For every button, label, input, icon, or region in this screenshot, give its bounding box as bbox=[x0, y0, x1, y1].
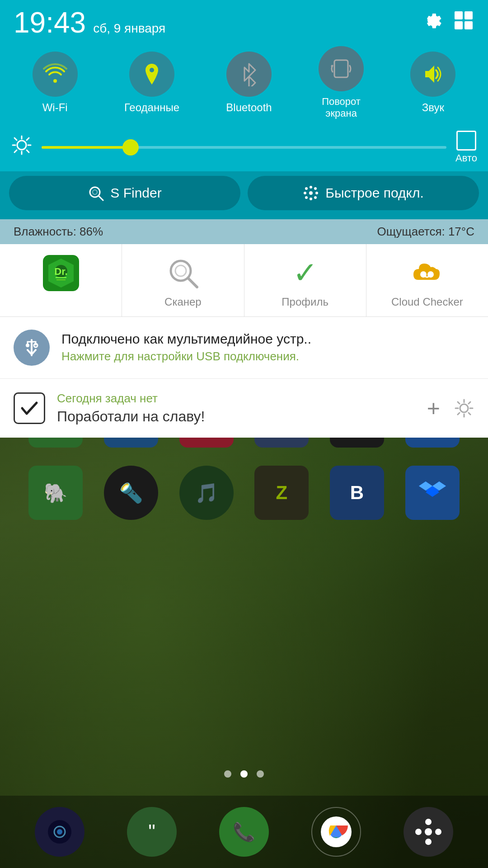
cloudchecker-label: Cloud Checker bbox=[391, 296, 463, 308]
quick-toggles: Wi-Fi Геоданные Bluetooth bbox=[0, 42, 488, 127]
dot-1 bbox=[224, 770, 231, 778]
bluetooth-label: Bluetooth bbox=[226, 101, 272, 114]
auto-brightness-box[interactable]: Авто bbox=[455, 131, 477, 164]
sfinder-button[interactable]: S Finder bbox=[9, 176, 240, 210]
quickconnect-button[interactable]: Быстрое подкл. bbox=[248, 176, 479, 210]
home-apps-row2: 🐘 🔦 🎵 Z B bbox=[0, 466, 488, 520]
svg-line-29 bbox=[27, 138, 29, 140]
app-bank[interactable]: B bbox=[330, 466, 384, 520]
svg-point-20 bbox=[150, 68, 154, 72]
svg-point-37 bbox=[304, 192, 306, 194]
search-row: S Finder Быстрое подкл. bbox=[0, 171, 488, 219]
sound-circle bbox=[410, 52, 455, 97]
scanner-label: Сканер bbox=[164, 296, 202, 308]
svg-point-40 bbox=[314, 196, 317, 199]
toggle-geodata[interactable]: Геоданные bbox=[124, 52, 179, 114]
task-card: Сегодня задач нет Поработали на славу! + bbox=[0, 379, 488, 438]
dot-3 bbox=[257, 770, 264, 778]
app-flashlight[interactable]: 🔦 bbox=[104, 466, 158, 520]
svg-rect-21 bbox=[334, 60, 348, 77]
task-checkbox bbox=[14, 392, 45, 424]
svg-rect-19 bbox=[465, 21, 473, 29]
toggle-bluetooth[interactable]: Bluetooth bbox=[226, 52, 272, 114]
brightness-slider[interactable] bbox=[42, 146, 446, 149]
recents-icon[interactable] bbox=[453, 9, 474, 36]
dock-quotes[interactable]: " bbox=[127, 807, 177, 857]
toggle-rotation[interactable]: Поворот экрана bbox=[319, 46, 364, 120]
usb-notification-content: Подключено как мультимедийное устр.. Наж… bbox=[61, 331, 474, 363]
usb-subtitle: Нажмите для настройки USB подключения. bbox=[61, 349, 474, 363]
clock: 19:43 bbox=[14, 8, 86, 37]
settings-icon[interactable] bbox=[420, 9, 442, 36]
auto-label: Авто bbox=[455, 152, 477, 164]
dock-camera[interactable] bbox=[35, 807, 84, 857]
svg-line-48 bbox=[188, 278, 197, 287]
svg-text:Dr.: Dr. bbox=[54, 266, 67, 277]
toggle-wifi[interactable]: Wi-Fi bbox=[33, 52, 78, 114]
weather-strip: Влажность: 86% Ощущается: 17°С bbox=[0, 219, 488, 244]
task-content: Сегодня задач нет Поработали на славу! bbox=[57, 392, 415, 425]
tab-cloudchecker[interactable]: Cloud Checker bbox=[366, 244, 488, 316]
tab-scanner[interactable]: Сканер bbox=[122, 244, 244, 316]
usb-title: Подключено как мультимедийное устр.. bbox=[61, 331, 474, 347]
svg-point-36 bbox=[310, 198, 312, 200]
svg-rect-17 bbox=[465, 11, 473, 19]
geodata-circle bbox=[129, 52, 174, 97]
dock-calls[interactable]: 📞 bbox=[219, 807, 269, 857]
svg-line-27 bbox=[14, 138, 17, 140]
dock-chrome[interactable] bbox=[311, 807, 361, 857]
cloudchecker-icon bbox=[409, 255, 445, 291]
status-right bbox=[420, 9, 474, 36]
app-music[interactable]: 🎵 bbox=[179, 466, 234, 520]
app-evernote[interactable]: 🐘 bbox=[28, 466, 83, 520]
notification-panel: 19:43 сб, 9 января bbox=[0, 0, 488, 438]
svg-point-54 bbox=[460, 404, 468, 412]
drweb-icon: Dr. bbox=[43, 255, 79, 291]
add-task-button[interactable]: + bbox=[427, 395, 440, 421]
rotation-label: Поворот экрана bbox=[322, 96, 361, 120]
svg-line-32 bbox=[99, 196, 103, 200]
auto-square-icon bbox=[456, 131, 476, 151]
app-tabs: Dr. Сканер ✓ Профиль bbox=[0, 244, 488, 317]
svg-point-22 bbox=[17, 141, 26, 150]
status-bar: 19:43 сб, 9 января bbox=[0, 0, 488, 42]
wifi-circle bbox=[33, 52, 78, 97]
dock-launcher[interactable] bbox=[404, 807, 453, 857]
svg-point-33 bbox=[93, 190, 97, 194]
date: сб, 9 января bbox=[93, 21, 165, 36]
task-settings-icon[interactable] bbox=[454, 398, 474, 419]
dot-2-active bbox=[240, 770, 248, 778]
app-dropbox[interactable] bbox=[405, 466, 460, 520]
brightness-icon bbox=[11, 134, 33, 160]
brightness-row: Авто bbox=[0, 127, 488, 171]
svg-point-14 bbox=[435, 829, 441, 835]
svg-point-41 bbox=[314, 187, 317, 190]
svg-point-12 bbox=[425, 819, 432, 825]
dock: " 📞 bbox=[0, 796, 488, 868]
status-left: 19:43 сб, 9 января bbox=[14, 8, 165, 37]
toggle-sound[interactable]: Звук bbox=[410, 52, 455, 114]
tab-drweb[interactable]: Dr. bbox=[0, 244, 122, 316]
svg-line-28 bbox=[27, 150, 29, 152]
rotation-circle bbox=[319, 46, 364, 91]
svg-point-39 bbox=[305, 187, 308, 190]
sound-label: Звук bbox=[422, 101, 444, 114]
brightness-fill bbox=[42, 146, 131, 149]
svg-line-30 bbox=[14, 150, 17, 152]
tab-profile[interactable]: ✓ Профиль bbox=[244, 244, 366, 316]
svg-point-34 bbox=[309, 191, 313, 195]
svg-point-11 bbox=[425, 828, 432, 835]
usb-icon bbox=[14, 330, 50, 366]
profile-check-icon: ✓ bbox=[287, 255, 323, 291]
geodata-label: Геоданные bbox=[124, 101, 179, 114]
app-ztask[interactable]: Z bbox=[254, 466, 309, 520]
profile-label: Профиль bbox=[282, 296, 328, 308]
done-label: Поработали на славу! bbox=[57, 408, 415, 425]
wifi-label: Wi-Fi bbox=[42, 101, 68, 114]
usb-notification[interactable]: Подключено как мультимедийное устр.. Наж… bbox=[0, 317, 488, 379]
svg-rect-18 bbox=[455, 21, 463, 29]
bluetooth-circle bbox=[226, 52, 272, 97]
svg-point-15 bbox=[425, 839, 432, 845]
svg-point-49 bbox=[175, 265, 186, 276]
svg-point-38 bbox=[315, 192, 318, 194]
